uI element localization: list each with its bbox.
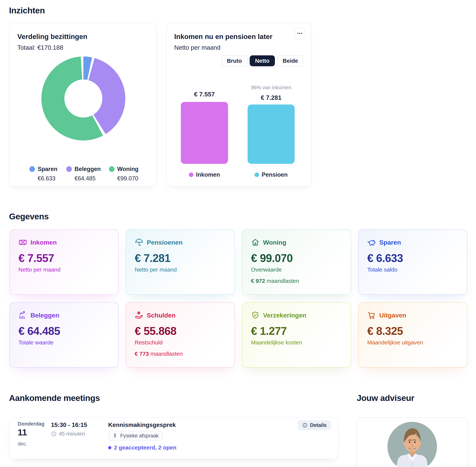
data-card-value: € 99.070 xyxy=(251,252,345,265)
card-menu-button[interactable] xyxy=(294,28,305,39)
umbrella-icon xyxy=(135,238,143,247)
chart-increasing-icon xyxy=(18,311,27,320)
data-card-value: € 8.325 xyxy=(367,325,461,337)
hand-coins-icon xyxy=(135,311,143,320)
woning-dot-icon xyxy=(109,166,114,172)
data-card-beleggen[interactable]: Beleggen € 64.485 Totale waarde xyxy=(9,302,119,368)
data-card-sub: Overwaarde xyxy=(251,266,345,273)
data-card-title: Verzekeringen xyxy=(263,312,306,319)
piggy-bank-icon xyxy=(367,238,376,247)
data-card-value: € 1.277 xyxy=(251,325,345,337)
data-card-sub: Totale saldo xyxy=(367,266,461,273)
data-card-title: Pensioenen xyxy=(147,239,183,246)
meeting-title: Kennismakingsgesprek xyxy=(108,421,176,428)
legend-value: €6.633 xyxy=(38,175,57,182)
data-card-sub: Restschuld xyxy=(135,339,229,346)
legend-label: Woning xyxy=(117,166,138,172)
data-card-pensioenen[interactable]: Pensioenen € 7.281 Netto per maand xyxy=(126,229,235,295)
bar-value-inkomen: € 7.557 xyxy=(181,91,228,98)
info-icon xyxy=(302,423,308,428)
meeting-card[interactable]: Donderdag 11 dec. 15:30 - 16:15 45 minut… xyxy=(9,417,338,459)
section-title-inzichten: Inzichten xyxy=(9,6,45,15)
cart-icon xyxy=(367,311,376,320)
inkomen-dot-icon xyxy=(189,172,193,177)
data-card-verzekeringen[interactable]: Verzekeringen € 1.277 Maandelijkse koste… xyxy=(242,302,351,368)
legend-item-woning: Woning €99.070 xyxy=(109,166,138,182)
data-card-title: Schulden xyxy=(147,312,175,319)
bar-note-pensioen: 96% van inkomen xyxy=(242,85,300,91)
data-card-sub: Netto per maand xyxy=(18,266,113,273)
data-card-title: Sparen xyxy=(379,239,401,246)
bar-legend-pensioen: Pensioen xyxy=(248,171,295,178)
data-card-value: € 7.557 xyxy=(18,252,113,265)
banknote-icon xyxy=(18,238,27,247)
bar-legend-inkomen: Inkomen xyxy=(181,171,228,178)
bar-pensioen xyxy=(248,104,295,164)
clock-icon xyxy=(51,431,57,437)
data-card-title: Uitgaven xyxy=(379,312,406,319)
data-card-sub: Totale waarde xyxy=(18,339,113,346)
legend-value: €64.485 xyxy=(75,175,101,182)
meeting-month: dec. xyxy=(18,441,27,447)
data-card-title: Woning xyxy=(263,239,286,246)
bar-legend-label: Pensioen xyxy=(262,171,288,178)
bar-value-pensioen: € 7.281 xyxy=(248,94,295,101)
data-card-value: € 6.633 xyxy=(367,252,461,265)
assets-donut-chart xyxy=(41,56,125,141)
section-title-adviseur: Jouw adviseur xyxy=(357,393,414,403)
data-card-sub: Maandelijkse kosten xyxy=(251,339,345,346)
legend-label: Sparen xyxy=(38,166,57,172)
status-dot-icon xyxy=(108,446,111,449)
legend-value: €99.070 xyxy=(117,175,138,182)
meeting-type-badge: Fysieke afspraak xyxy=(108,431,163,441)
data-card-extra: € 972 maandlasten xyxy=(251,278,345,284)
section-title-meetings: Aankomende meetings xyxy=(9,393,100,403)
data-card-sub: Netto per maand xyxy=(135,266,229,273)
meeting-time: 15:30 - 16:15 xyxy=(51,421,87,428)
legend-item-sparen: Sparen €6.633 xyxy=(29,166,57,182)
gross-net-toggle: Bruto Netto Beide xyxy=(221,55,303,66)
person-standing-icon xyxy=(112,433,118,438)
beleggen-dot-icon xyxy=(66,166,72,172)
data-card-inkomen[interactable]: Inkomen € 7.557 Netto per maand xyxy=(9,229,119,295)
bar-legend-label: Inkomen xyxy=(196,171,220,178)
assets-card-title: Verdeling bezittingen xyxy=(17,33,87,41)
meeting-duration: 45 minuten xyxy=(51,431,85,437)
meeting-status: 2 geaccepteerd, 2 open xyxy=(108,444,176,451)
legend-label: Beleggen xyxy=(75,166,101,172)
advisor-avatar xyxy=(387,422,437,467)
assets-distribution-card: Verdeling bezittingen Totaal: €170.188 S… xyxy=(9,23,157,187)
toggle-beide-button[interactable]: Beide xyxy=(277,55,303,66)
data-card-value: € 55.868 xyxy=(135,325,229,337)
data-card-schulden[interactable]: Schulden € 55.868 Restschuld € 773 maand… xyxy=(126,302,235,368)
toggle-netto-button[interactable]: Netto xyxy=(250,55,275,66)
section-title-gegevens: Gegevens xyxy=(9,212,49,221)
shield-check-icon xyxy=(251,311,260,320)
data-card-uitgaven[interactable]: Uitgaven € 8.325 Maandelijkse uitgaven xyxy=(358,302,467,368)
income-card-subtitle: Netto per maand xyxy=(174,44,221,51)
income-card-title: Inkomen nu en pensioen later xyxy=(174,33,272,41)
meeting-day-number: 11 xyxy=(18,427,27,437)
data-card-sparen[interactable]: Sparen € 6.633 Totale saldo xyxy=(358,229,467,295)
ellipsis-icon xyxy=(297,30,303,37)
sparen-dot-icon xyxy=(29,166,35,172)
income-pension-card: Inkomen nu en pensioen later Netto per m… xyxy=(166,23,311,187)
data-card-value: € 64.485 xyxy=(18,325,113,337)
legend-item-beleggen: Beleggen €64.485 xyxy=(66,166,101,182)
data-card-extra: € 773 maandlasten xyxy=(135,351,229,357)
toggle-bruto-button[interactable]: Bruto xyxy=(221,55,247,66)
home-icon xyxy=(251,238,260,247)
data-card-title: Inkomen xyxy=(30,239,57,246)
data-card-woning[interactable]: Woning € 99.070 Overwaarde € 972 maandla… xyxy=(242,229,351,295)
data-card-value: € 7.281 xyxy=(135,252,229,265)
bar-inkomen xyxy=(181,102,228,164)
meeting-details-button[interactable]: Details xyxy=(298,420,331,430)
meeting-day-name: Donderdag xyxy=(18,421,45,427)
assets-card-total: Totaal: €170.188 xyxy=(17,44,63,51)
advisor-card[interactable] xyxy=(357,417,467,467)
data-card-sub: Maandelijkse uitgaven xyxy=(367,339,461,346)
advisor-portrait-image xyxy=(387,422,437,467)
data-card-title: Beleggen xyxy=(30,312,59,319)
pensioen-dot-icon xyxy=(255,172,259,177)
